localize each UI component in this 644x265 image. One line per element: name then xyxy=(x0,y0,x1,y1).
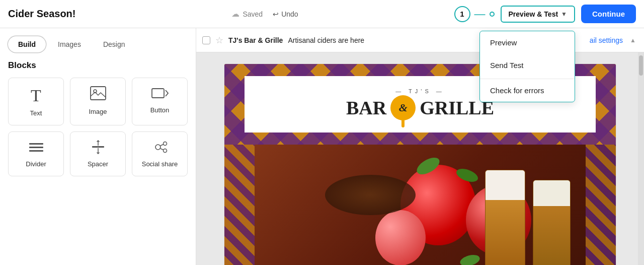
button-icon xyxy=(151,86,169,102)
topbar: Cider Season! ☁ Saved ↩ Undo 1 — Preview… xyxy=(0,0,644,28)
svg-rect-0 xyxy=(91,87,106,100)
block-spacer-label: Spacer xyxy=(88,160,108,168)
apple-3 xyxy=(375,210,426,265)
logo-ampersand: & xyxy=(390,95,416,120)
svg-rect-3 xyxy=(29,143,43,145)
argyle-left xyxy=(224,145,255,265)
step-indicator: 1 — xyxy=(454,6,495,22)
undo-icon: ↩ xyxy=(273,10,279,18)
leaf-3 xyxy=(459,253,481,265)
block-divider[interactable]: Divider xyxy=(8,131,64,176)
block-button[interactable]: Button xyxy=(132,78,188,125)
undo-label: Undo xyxy=(281,10,298,18)
block-social-share[interactable]: Social share xyxy=(132,131,188,176)
sidebar: Build Images Design Blocks T Text xyxy=(0,28,196,265)
preview-test-dropdown: Preview Send Test Check for errors xyxy=(479,31,575,102)
block-divider-label: Divider xyxy=(26,160,46,168)
preview-test-wrapper: Preview & Test ▼ Preview Send Test Check… xyxy=(501,6,575,23)
saved-label: Saved xyxy=(243,10,263,18)
preview-toolbar: ☆ TJ's Bar & Grille Artisanal ciders are… xyxy=(196,28,644,52)
tab-build[interactable]: Build xyxy=(8,36,46,52)
logo-tjs: — TJ'S — xyxy=(346,88,494,94)
svg-rect-6 xyxy=(92,146,104,148)
svg-rect-4 xyxy=(29,147,43,148)
block-image[interactable]: Image xyxy=(70,78,126,125)
svg-point-11 xyxy=(163,149,167,153)
preview-test-label: Preview & Test xyxy=(509,10,558,18)
argyle-right xyxy=(586,145,616,265)
svg-line-13 xyxy=(160,149,164,150)
svg-point-10 xyxy=(163,142,167,146)
continue-button[interactable]: Continue xyxy=(581,5,636,23)
step-connector: — xyxy=(474,8,486,21)
preview-area: ☆ TJ's Bar & Grille Artisanal ciders are… xyxy=(196,28,644,265)
preview-sender: TJ's Bar & Grille xyxy=(228,36,283,44)
saved-indicator: ☁ Saved xyxy=(231,9,263,19)
logo-spoon xyxy=(401,118,405,127)
email-settings-link[interactable]: ail settings xyxy=(590,36,623,44)
dropdown-item-send-test[interactable]: Send Test xyxy=(480,54,575,77)
social-share-icon xyxy=(152,140,168,156)
tab-design[interactable]: Design xyxy=(93,36,135,52)
basket xyxy=(325,175,416,215)
topbar-center: ☁ Saved ↩ Undo xyxy=(231,9,298,19)
topbar-right: 1 — Preview & Test ▼ Preview Send Test C… xyxy=(454,5,636,23)
spacer-icon xyxy=(90,140,106,156)
blocks-grid: T Text Image xyxy=(0,78,196,176)
logo-bar-grille: BAR & GRILLE xyxy=(346,95,494,120)
block-text[interactable]: T Text xyxy=(8,78,64,125)
cloud-icon: ☁ xyxy=(231,9,239,19)
block-spacer[interactable]: Spacer xyxy=(70,131,126,176)
block-social-share-label: Social share xyxy=(142,160,178,168)
svg-line-12 xyxy=(160,145,164,146)
sidebar-tabs: Build Images Design xyxy=(0,36,196,60)
step-circle: 1 xyxy=(454,6,470,22)
scrollbar[interactable] xyxy=(638,52,644,265)
block-image-label: Image xyxy=(89,108,107,115)
chevron-down-icon: ▼ xyxy=(561,11,567,18)
preview-test-button[interactable]: Preview & Test ▼ xyxy=(501,6,575,23)
beer-glass-2 xyxy=(533,180,571,265)
step-dot xyxy=(490,12,495,17)
block-button-label: Button xyxy=(150,106,170,114)
blocks-heading: Blocks xyxy=(0,60,196,78)
star-icon[interactable]: ☆ xyxy=(215,35,223,46)
beer-foam-2 xyxy=(533,180,570,205)
dropdown-item-check-errors[interactable]: Check for errors xyxy=(480,79,575,102)
logo: — TJ'S — BAR & GRILLE xyxy=(346,88,494,120)
beer-glass-1 xyxy=(485,170,525,265)
block-text-label: Text xyxy=(30,109,42,117)
dropdown-item-preview[interactable]: Preview xyxy=(480,31,575,54)
scroll-up-button[interactable]: ▲ xyxy=(628,35,638,45)
page-title: Cider Season! xyxy=(8,8,75,20)
divider-icon xyxy=(28,140,44,156)
text-icon: T xyxy=(31,86,41,105)
svg-rect-5 xyxy=(29,150,43,152)
beer-foam-1 xyxy=(486,170,525,198)
svg-point-9 xyxy=(155,145,160,150)
svg-rect-2 xyxy=(152,89,164,98)
email-checkbox[interactable] xyxy=(202,36,210,44)
tab-images[interactable]: Images xyxy=(48,36,91,52)
undo-button[interactable]: ↩ Undo xyxy=(273,10,298,18)
cider-image xyxy=(224,145,616,265)
image-icon xyxy=(90,86,106,104)
scroll-thumb xyxy=(639,55,643,76)
